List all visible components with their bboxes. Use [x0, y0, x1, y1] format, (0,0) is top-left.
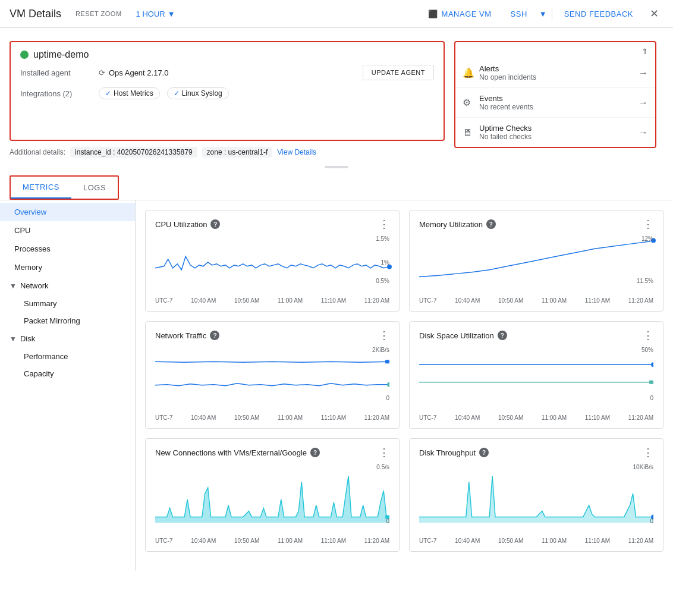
instance-id-badge: instance_id : 4020507026241335879 [70, 147, 197, 158]
uptime-arrow-icon: → [639, 127, 648, 138]
agent-icon: ⟳ [99, 68, 105, 77]
events-panel-item[interactable]: ⚙ Events No recent events → [455, 88, 655, 118]
sidebar-item-memory[interactable]: Memory [0, 258, 135, 276]
update-agent-button[interactable]: UPDATE AGENT [363, 65, 434, 80]
network-help-icon[interactable]: ? [210, 331, 219, 340]
alerts-arrow-icon: → [639, 68, 648, 78]
vm-name: uptime-demo [33, 49, 89, 60]
cpu-chart-card: CPU Utilization ? ⋮ 1.5% 1% 0.5% [145, 210, 400, 312]
ssh-button[interactable]: SSH [504, 6, 534, 22]
page-title: VM Details [10, 8, 61, 20]
network-y-max: 2KiB/s [372, 347, 389, 353]
tab-logs[interactable]: LOGS [71, 177, 118, 199]
connections-help-icon[interactable]: ? [310, 448, 320, 457]
check-icon-syslog: ✓ [174, 89, 180, 98]
send-feedback-button[interactable]: SEND FEEDBACK [557, 6, 640, 22]
tab-metrics[interactable]: METRICS [11, 177, 71, 199]
close-button[interactable]: ✕ [645, 5, 663, 23]
sidebar-item-cpu[interactable]: CPU [0, 221, 135, 240]
memory-more-button[interactable]: ⋮ [643, 218, 653, 231]
collapse-button[interactable]: ⇑ [641, 47, 648, 56]
gear-icon: ⚙ [463, 97, 479, 108]
alerts-title: Alerts [479, 64, 639, 73]
memory-y-min: 11.5% [637, 278, 653, 284]
cpu-x-labels: UTC-7 10:40 AM 10:50 AM 11:00 AM 11:10 A… [155, 297, 389, 304]
reset-zoom-button[interactable]: RESET ZOOM [71, 8, 127, 20]
uptime-panel-item[interactable]: 🖥 Uptime Checks No failed checks → [455, 118, 655, 147]
vm-icon: ⬛ [428, 10, 438, 18]
agent-label: Installed agent [20, 68, 92, 77]
disk-throughput-chart-title: Disk Throughput [419, 448, 476, 457]
memory-chart-svg [419, 235, 653, 283]
memory-y-max: 12% [641, 235, 653, 242]
sidebar-sub-item-packet-mirroring[interactable]: Packet Mirroring [0, 312, 135, 329]
sidebar-sub-item-summary[interactable]: Summary [0, 295, 135, 312]
cpu-help-icon[interactable]: ? [210, 219, 220, 229]
cpu-y-mid: 1% [381, 259, 389, 266]
integration-badge-host: ✓ Host Metrics [99, 87, 160, 99]
network-chart-card: Network Traffic ? ⋮ 2KiB/s 0 [145, 321, 400, 429]
disk-space-chart-title: Disk Space Utilization [419, 331, 494, 340]
connections-chart-svg [155, 464, 389, 523]
svg-point-5 [651, 362, 653, 367]
sidebar-sub-item-capacity[interactable]: Capacity [0, 365, 135, 382]
check-icon-host: ✓ [105, 89, 111, 98]
chevron-down-icon-network: ▼ [10, 282, 17, 290]
memory-chart-card: Memory Utilization ? ⋮ 12% 11.5% [409, 210, 663, 312]
alerts-panel-item[interactable]: 🔔 Alerts No open incidents → [455, 58, 655, 88]
disk-y-min: 0 [650, 395, 653, 401]
drag-handle [325, 166, 348, 168]
disk-space-chart-card: Disk Space Utilization ? ⋮ 50% 0 [409, 321, 663, 429]
connections-x-labels: UTC-7 10:40 AM 10:50 AM 11:00 AM 11:10 A… [155, 538, 389, 544]
disk-throughput-x-labels: UTC-7 10:40 AM 10:50 AM 11:00 AM 11:10 A… [419, 538, 653, 544]
disk-throughput-y-min: 0 [650, 518, 653, 524]
disk-throughput-chart-card: Disk Throughput ? ⋮ 10KiB/s 0 [409, 438, 663, 552]
sidebar-section-network[interactable]: ▼ Network [0, 276, 135, 295]
alerts-sub: No open incidents [479, 73, 639, 81]
network-chart-title: Network Traffic [155, 331, 206, 340]
disk-space-chart-svg [419, 347, 653, 400]
svg-point-3 [387, 382, 389, 387]
connections-chart-title: New Connections with VMs/External/Google [155, 448, 307, 457]
sidebar-sub-item-performance[interactable]: Performance [0, 348, 135, 365]
network-y-min: 0 [386, 395, 389, 401]
disk-throughput-more-button[interactable]: ⋮ [643, 446, 653, 459]
sidebar-item-overview[interactable]: Overview [0, 203, 135, 221]
bell-icon: 🔔 [463, 67, 479, 78]
svg-rect-7 [649, 381, 653, 384]
agent-value: ⟳ Ops Agent 2.17.0 [99, 68, 168, 77]
svg-rect-2 [385, 360, 389, 363]
svg-marker-10 [419, 476, 653, 523]
tabs-row: METRICS LOGS [10, 175, 119, 200]
view-details-link[interactable]: View Details [277, 148, 316, 156]
sidebar: Overview CPU Processes Memory ▼ Network … [0, 200, 136, 571]
disk-help-icon[interactable]: ? [498, 331, 507, 340]
events-sub: No recent events [479, 103, 639, 111]
sidebar-section-disk[interactable]: ▼ Disk [0, 329, 135, 348]
uptime-title: Uptime Checks [479, 124, 639, 133]
network-x-labels: UTC-7 10:40 AM 10:50 AM 11:00 AM 11:10 A… [155, 414, 389, 421]
monitor-icon: 🖥 [463, 127, 479, 138]
header-divider [552, 7, 552, 21]
manage-vm-button[interactable]: ⬛ MANAGE VM [421, 6, 498, 22]
cpu-y-min: 0.5% [376, 278, 389, 284]
disk-throughput-y-max: 10KiB/s [633, 464, 653, 470]
charts-area: CPU Utilization ? ⋮ 1.5% 1% 0.5% [136, 200, 673, 571]
memory-x-labels: UTC-7 10:40 AM 10:50 AM 11:00 AM 11:10 A… [419, 297, 653, 304]
disk-more-button[interactable]: ⋮ [643, 329, 653, 342]
connections-chart-card: New Connections with VMs/External/Google… [145, 438, 400, 552]
disk-throughput-chart-svg [419, 464, 653, 523]
events-arrow-icon: → [639, 98, 648, 108]
time-range-button[interactable]: 1 HOUR ▼ [136, 10, 175, 18]
ssh-dropdown-icon[interactable]: ▼ [539, 10, 547, 18]
connections-more-button[interactable]: ⋮ [379, 446, 389, 459]
disk-y-max: 50% [641, 347, 653, 353]
memory-help-icon[interactable]: ? [486, 219, 496, 229]
memory-chart-title: Memory Utilization [419, 220, 483, 229]
network-more-button[interactable]: ⋮ [379, 329, 389, 342]
integrations-label: Integrations (2) [20, 89, 92, 98]
disk-throughput-help-icon[interactable]: ? [479, 448, 489, 457]
cpu-more-button[interactable]: ⋮ [379, 218, 389, 231]
chevron-down-icon-disk: ▼ [10, 335, 17, 343]
sidebar-item-processes[interactable]: Processes [0, 240, 135, 258]
